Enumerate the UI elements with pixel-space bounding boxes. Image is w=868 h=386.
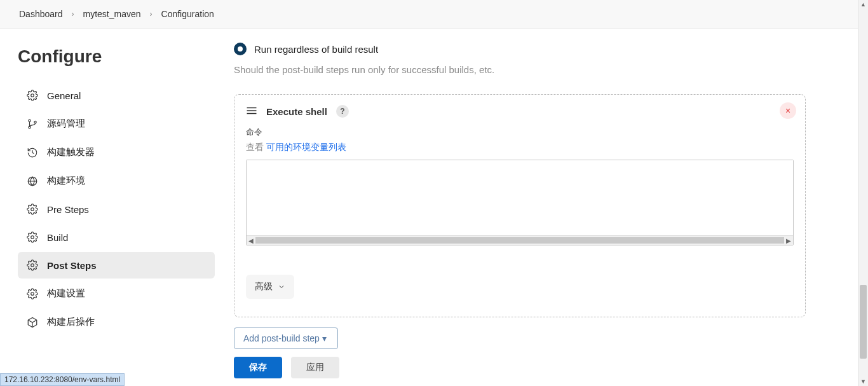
svg-point-0 <box>31 94 34 97</box>
gear-icon <box>27 231 38 243</box>
scroll-thumb[interactable] <box>860 285 867 359</box>
main-content: Run regardless of build result Should th… <box>225 29 868 385</box>
svg-point-8 <box>31 292 34 295</box>
add-post-build-step-button[interactable]: Add post-build step ▾ <box>234 327 338 349</box>
scroll-track[interactable] <box>858 9 868 377</box>
chevron-right-icon: › <box>72 10 74 18</box>
sidebar-item-label: General <box>47 90 81 101</box>
breadcrumb: Dashboard › mytest_maven › Configuration <box>0 0 868 29</box>
svg-point-3 <box>34 121 36 123</box>
card-title: Execute shell <box>266 106 327 117</box>
status-bar-url: 172.16.10.232:8080/env-vars.html <box>0 373 125 386</box>
gear-icon <box>27 288 38 300</box>
execute-shell-card: Execute shell ? × 命令 查看 可用的环境变量列表 ◀ ▶ 高级 <box>234 94 806 317</box>
scroll-up-icon[interactable]: ▲ <box>858 0 868 9</box>
sidebar-item-label: 源码管理 <box>47 118 85 130</box>
help-button[interactable]: ? <box>336 105 349 118</box>
horizontal-scrollbar[interactable]: ◀ ▶ <box>247 235 793 245</box>
advanced-button[interactable]: 高级 <box>246 275 294 299</box>
scroll-down-icon[interactable]: ▼ <box>858 377 868 386</box>
svg-point-7 <box>31 264 34 267</box>
breadcrumb-configuration[interactable]: Configuration <box>161 9 214 19</box>
view-prefix: 查看 <box>246 142 266 152</box>
drag-handle-icon[interactable] <box>246 106 257 117</box>
package-icon <box>27 317 38 328</box>
sidebar-item-label: Pre Steps <box>47 204 89 215</box>
sidebar-item-label: 构建环境 <box>47 175 85 187</box>
chevron-right-icon: › <box>150 10 153 18</box>
sidebar-item-label: 构建设置 <box>47 287 85 300</box>
breadcrumb-dashboard[interactable]: Dashboard <box>19 9 63 19</box>
sidebar: Configure General 源码管理 构建触发器 构建环境 <box>0 29 225 385</box>
command-textarea[interactable] <box>247 160 793 233</box>
scroll-left-icon[interactable]: ◀ <box>247 237 255 244</box>
sidebar-item-environment[interactable]: 构建环境 <box>18 167 215 195</box>
sidebar-item-post-steps[interactable]: Post Steps <box>18 252 215 279</box>
radio-label: Run regardless of build result <box>254 44 378 55</box>
command-field-label: 命令 <box>246 127 794 138</box>
radio-run-regardless[interactable] <box>234 43 247 55</box>
apply-button[interactable]: 应用 <box>291 357 339 378</box>
sidebar-item-label: Build <box>47 232 68 243</box>
advanced-label: 高级 <box>255 281 273 293</box>
svg-point-5 <box>31 208 34 211</box>
sidebar-item-label: 构建触发器 <box>47 146 95 158</box>
sidebar-item-triggers[interactable]: 构建触发器 <box>18 139 215 166</box>
save-button[interactable]: 保存 <box>234 357 282 378</box>
env-vars-link[interactable]: 可用的环境变量列表 <box>266 142 346 152</box>
close-button[interactable]: × <box>780 102 796 119</box>
command-editor: ◀ ▶ <box>246 160 794 245</box>
sidebar-item-build[interactable]: Build <box>18 224 215 251</box>
gear-icon <box>27 203 38 215</box>
sidebar-item-post-build-actions[interactable]: 构建后操作 <box>18 308 215 336</box>
gear-icon <box>27 259 38 271</box>
sidebar-item-general[interactable]: General <box>18 82 215 109</box>
svg-point-1 <box>29 120 31 121</box>
history-icon <box>27 147 38 158</box>
breadcrumb-mytest-maven[interactable]: mytest_maven <box>83 9 141 19</box>
scroll-right-icon[interactable]: ▶ <box>784 237 793 244</box>
sidebar-item-build-settings[interactable]: 构建设置 <box>18 280 215 307</box>
vertical-scrollbar[interactable]: ▲ ▼ <box>858 0 868 386</box>
scroll-track[interactable] <box>255 237 784 244</box>
gear-icon <box>27 90 38 101</box>
sidebar-item-label: Post Steps <box>47 260 97 271</box>
globe-icon <box>27 176 38 187</box>
sidebar-item-label: 构建后操作 <box>47 316 95 328</box>
help-text: Should the post-build steps run only for… <box>234 64 868 75</box>
page-title: Configure <box>18 46 215 67</box>
branch-icon <box>27 118 38 130</box>
svg-point-6 <box>31 236 34 239</box>
sidebar-item-scm[interactable]: 源码管理 <box>18 110 215 137</box>
sidebar-item-pre-steps[interactable]: Pre Steps <box>18 196 215 223</box>
